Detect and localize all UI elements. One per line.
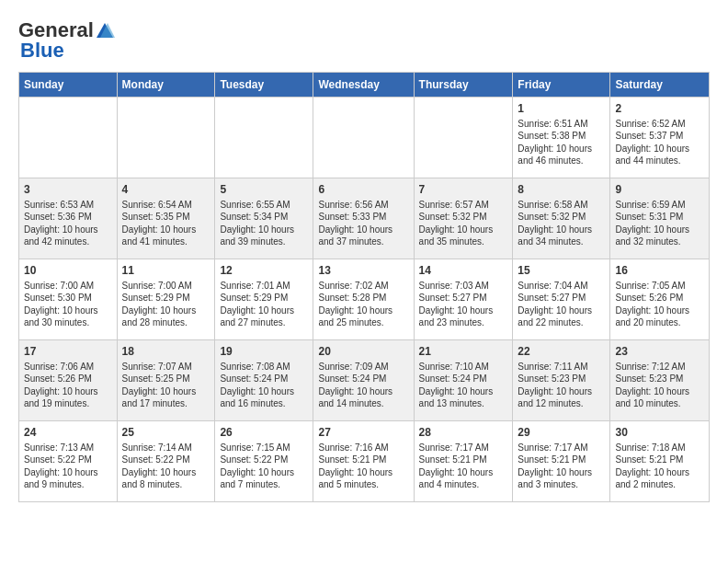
day-number: 1	[518, 101, 605, 117]
calendar-header-tuesday: Tuesday	[215, 73, 313, 98]
day-number: 5	[220, 182, 308, 198]
calendar-header-wednesday: Wednesday	[313, 73, 414, 98]
day-info: Sunset: 5:26 PM	[615, 292, 704, 304]
day-number: 12	[220, 263, 308, 279]
day-number: 23	[615, 344, 704, 360]
day-info: Sunset: 5:26 PM	[24, 373, 112, 385]
day-info: Sunrise: 6:52 AM	[615, 118, 704, 131]
day-number: 27	[318, 425, 408, 441]
calendar-week-row: 1Sunrise: 6:51 AMSunset: 5:38 PMDaylight…	[19, 98, 710, 178]
calendar-day-cell: 13Sunrise: 7:02 AMSunset: 5:28 PMDayligh…	[313, 259, 414, 340]
calendar-day-cell: 8Sunrise: 6:58 AMSunset: 5:32 PMDaylight…	[513, 178, 610, 259]
day-info: Sunset: 5:29 PM	[122, 292, 210, 304]
day-info: Daylight: 10 hours and 7 minutes.	[220, 466, 308, 491]
day-info: Sunset: 5:25 PM	[122, 373, 210, 385]
day-info: Sunrise: 7:11 AM	[518, 361, 605, 373]
day-number: 13	[318, 263, 408, 279]
day-info: Sunset: 5:24 PM	[318, 373, 408, 385]
day-info: Sunrise: 7:01 AM	[220, 280, 308, 293]
day-info: Sunrise: 7:16 AM	[318, 442, 408, 454]
day-info: Sunrise: 7:10 AM	[419, 361, 508, 373]
day-info: Daylight: 10 hours and 5 minutes.	[318, 466, 408, 491]
day-info: Sunrise: 7:06 AM	[24, 361, 112, 373]
day-info: Daylight: 10 hours and 19 minutes.	[24, 385, 112, 410]
day-info: Daylight: 10 hours and 12 minutes.	[518, 385, 605, 410]
day-info: Sunrise: 7:17 AM	[419, 442, 508, 454]
day-info: Daylight: 10 hours and 27 minutes.	[220, 304, 308, 329]
calendar-day-cell: 24Sunrise: 7:13 AMSunset: 5:22 PMDayligh…	[19, 421, 118, 502]
day-info: Sunrise: 7:03 AM	[419, 280, 508, 293]
day-info: Sunset: 5:35 PM	[122, 211, 210, 224]
day-info: Sunset: 5:21 PM	[419, 454, 508, 466]
calendar-day-cell: 16Sunrise: 7:05 AMSunset: 5:26 PMDayligh…	[610, 259, 710, 340]
day-number: 20	[318, 344, 408, 360]
calendar-day-cell: 4Sunrise: 6:54 AMSunset: 5:35 PMDaylight…	[117, 178, 215, 259]
calendar-day-cell: 2Sunrise: 6:52 AMSunset: 5:37 PMDaylight…	[610, 98, 710, 178]
day-info: Sunrise: 7:12 AM	[615, 361, 704, 373]
calendar-table: SundayMondayTuesdayWednesdayThursdayFrid…	[18, 72, 710, 502]
day-number: 7	[419, 182, 508, 198]
day-info: Daylight: 10 hours and 22 minutes.	[518, 304, 605, 329]
day-number: 22	[518, 344, 605, 360]
day-info: Sunrise: 6:53 AM	[24, 199, 112, 212]
day-info: Sunset: 5:24 PM	[220, 373, 308, 385]
day-number: 29	[518, 425, 605, 441]
calendar-week-row: 10Sunrise: 7:00 AMSunset: 5:30 PMDayligh…	[19, 259, 710, 340]
day-info: Daylight: 10 hours and 2 minutes.	[615, 466, 704, 491]
day-info: Sunset: 5:27 PM	[518, 292, 605, 304]
logo-blue: Blue	[18, 39, 64, 63]
day-info: Sunset: 5:38 PM	[518, 130, 605, 143]
day-info: Sunset: 5:27 PM	[419, 292, 508, 304]
calendar-day-cell: 5Sunrise: 6:55 AMSunset: 5:34 PMDaylight…	[215, 178, 313, 259]
day-number: 19	[220, 344, 308, 360]
day-info: Sunrise: 7:04 AM	[518, 280, 605, 293]
day-info: Sunrise: 7:09 AM	[318, 361, 408, 373]
calendar-header-thursday: Thursday	[414, 73, 513, 98]
day-info: Sunset: 5:22 PM	[24, 454, 112, 466]
calendar-day-cell	[414, 98, 513, 178]
calendar-day-cell: 15Sunrise: 7:04 AMSunset: 5:27 PMDayligh…	[513, 259, 610, 340]
day-info: Daylight: 10 hours and 4 minutes.	[419, 466, 508, 491]
day-info: Daylight: 10 hours and 20 minutes.	[615, 304, 704, 329]
day-info: Daylight: 10 hours and 10 minutes.	[615, 385, 704, 410]
day-number: 30	[615, 425, 704, 441]
day-info: Sunset: 5:33 PM	[318, 211, 408, 224]
day-info: Sunset: 5:28 PM	[318, 292, 408, 304]
day-number: 16	[615, 263, 704, 279]
calendar-day-cell: 25Sunrise: 7:14 AMSunset: 5:22 PMDayligh…	[117, 421, 215, 502]
day-number: 11	[122, 263, 210, 279]
day-number: 4	[122, 182, 210, 198]
calendar-day-cell: 29Sunrise: 7:17 AMSunset: 5:21 PMDayligh…	[513, 421, 610, 502]
day-info: Sunset: 5:22 PM	[122, 454, 210, 466]
calendar-day-cell	[215, 98, 313, 178]
day-info: Sunrise: 6:54 AM	[122, 199, 210, 212]
calendar-header-sunday: Sunday	[19, 73, 118, 98]
calendar-day-cell: 26Sunrise: 7:15 AMSunset: 5:22 PMDayligh…	[215, 421, 313, 502]
day-info: Sunset: 5:23 PM	[518, 373, 605, 385]
day-info: Sunrise: 6:59 AM	[615, 199, 704, 212]
calendar-day-cell: 14Sunrise: 7:03 AMSunset: 5:27 PMDayligh…	[414, 259, 513, 340]
calendar-day-cell: 10Sunrise: 7:00 AMSunset: 5:30 PMDayligh…	[19, 259, 118, 340]
calendar-day-cell: 18Sunrise: 7:07 AMSunset: 5:25 PMDayligh…	[117, 340, 215, 421]
calendar-day-cell: 1Sunrise: 6:51 AMSunset: 5:38 PMDaylight…	[513, 98, 610, 178]
day-info: Sunrise: 7:07 AM	[122, 361, 210, 373]
calendar-day-cell	[19, 98, 118, 178]
calendar-body: 1Sunrise: 6:51 AMSunset: 5:38 PMDaylight…	[19, 98, 710, 502]
day-info: Sunrise: 7:14 AM	[122, 442, 210, 454]
day-info: Daylight: 10 hours and 39 minutes.	[220, 224, 308, 248]
calendar-day-cell: 3Sunrise: 6:53 AMSunset: 5:36 PMDaylight…	[19, 178, 118, 259]
day-number: 21	[419, 344, 508, 360]
day-info: Sunset: 5:22 PM	[220, 454, 308, 466]
day-number: 26	[220, 425, 308, 441]
day-info: Sunrise: 7:00 AM	[122, 280, 210, 293]
calendar-header-friday: Friday	[513, 73, 610, 98]
day-info: Sunset: 5:37 PM	[615, 130, 704, 143]
day-info: Sunrise: 6:51 AM	[518, 118, 605, 131]
day-info: Sunset: 5:34 PM	[220, 211, 308, 224]
day-info: Daylight: 10 hours and 37 minutes.	[318, 224, 408, 248]
calendar-header-row: SundayMondayTuesdayWednesdayThursdayFrid…	[19, 73, 710, 98]
day-info: Daylight: 10 hours and 23 minutes.	[419, 304, 508, 329]
calendar-day-cell: 11Sunrise: 7:00 AMSunset: 5:29 PMDayligh…	[117, 259, 215, 340]
day-info: Daylight: 10 hours and 9 minutes.	[24, 466, 112, 491]
day-info: Daylight: 10 hours and 44 minutes.	[615, 143, 704, 167]
